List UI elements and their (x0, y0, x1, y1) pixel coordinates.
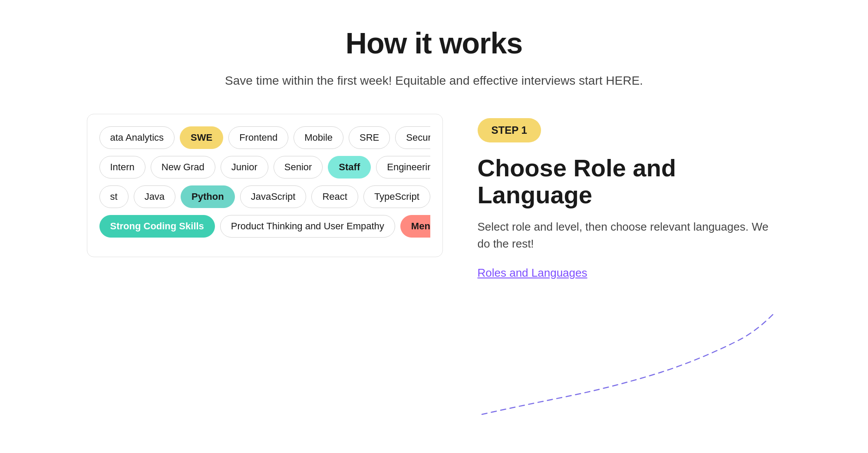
page-title: How it works (0, 26, 868, 60)
tag-junior[interactable]: Junior (221, 156, 268, 179)
main-content: ata Analytics SWE Frontend Mobile SRE Se… (0, 114, 868, 419)
tag-mobile[interactable]: Mobile (294, 126, 343, 149)
step-title: Choose Role and Language (478, 155, 782, 208)
levels-row: Intern New Grad Junior Senior Staff Engi… (99, 156, 430, 179)
page-subtitle: Save time within the first week! Equitab… (0, 74, 868, 88)
dashed-curve-decoration (478, 306, 782, 419)
tag-staff[interactable]: Staff (328, 156, 371, 179)
tag-typescript[interactable]: TypeScript (363, 185, 430, 208)
tag-swe[interactable]: SWE (180, 126, 223, 149)
tag-frontend[interactable]: Frontend (228, 126, 288, 149)
roles-and-languages-link[interactable]: Roles and Languages (478, 266, 587, 279)
tag-st[interactable]: st (99, 185, 129, 208)
tag-react[interactable]: React (311, 185, 358, 208)
tag-python[interactable]: Python (181, 185, 235, 208)
skills-row: Strong Coding Skills Product Thinking an… (99, 215, 430, 238)
step-description: Select role and level, then choose relev… (478, 218, 782, 252)
languages-row: st Java Python JavaScript React TypeScri… (99, 185, 430, 208)
tag-intern[interactable]: Intern (99, 156, 145, 179)
tag-product-thinking[interactable]: Product Thinking and User Empathy (220, 215, 395, 238)
step-badge: STEP 1 (478, 118, 541, 142)
tag-javascript[interactable]: JavaScript (240, 185, 307, 208)
page-container: How it works Save time within the first … (0, 0, 868, 453)
tag-sre[interactable]: SRE (349, 126, 390, 149)
tag-security[interactable]: Security (395, 126, 430, 149)
tag-java[interactable]: Java (134, 185, 175, 208)
roles-row: ata Analytics SWE Frontend Mobile SRE Se… (99, 126, 430, 149)
tag-mentorship[interactable]: Mentorship (400, 215, 430, 238)
left-panel: ata Analytics SWE Frontend Mobile SRE Se… (87, 114, 443, 257)
tag-new-grad[interactable]: New Grad (151, 156, 215, 179)
tag-engineering-manager[interactable]: Engineering Manager (376, 156, 430, 179)
right-panel: STEP 1 Choose Role and Language Select r… (478, 114, 782, 419)
tag-strong-coding-skills[interactable]: Strong Coding Skills (99, 215, 215, 238)
tag-data-analytics[interactable]: ata Analytics (99, 126, 175, 149)
tag-senior[interactable]: Senior (274, 156, 323, 179)
